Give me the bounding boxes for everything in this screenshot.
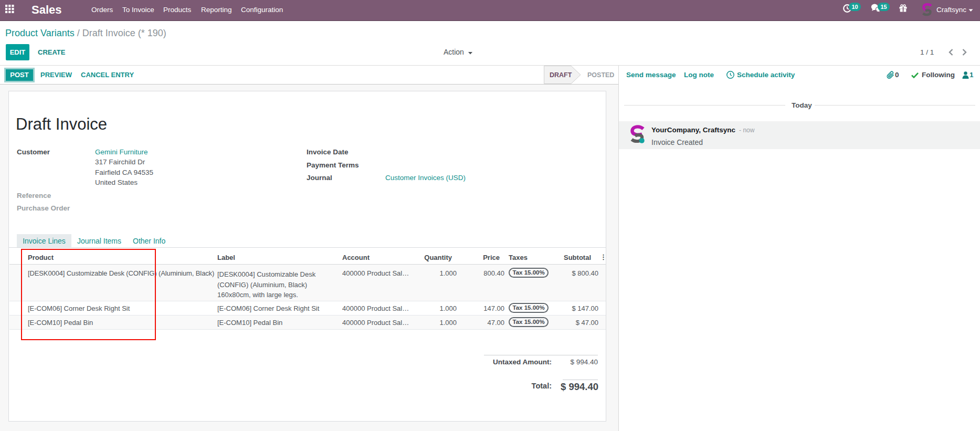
svg-text:DRAFT: DRAFT	[550, 71, 572, 79]
svg-text:POSTED: POSTED	[587, 71, 614, 79]
